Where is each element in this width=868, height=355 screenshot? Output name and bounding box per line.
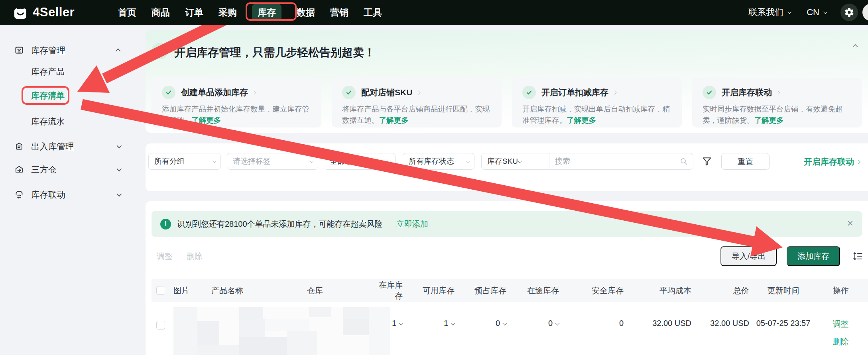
sidebar-group-inventory-management[interactable]: 库存管理 xyxy=(0,41,144,59)
header-in-transit: 在途库存 xyxy=(506,285,559,296)
row-checkbox[interactable] xyxy=(156,321,165,330)
exclamation-icon: ! xyxy=(160,219,171,229)
sidebar-group-third-party-warehouse[interactable]: 三方仓 xyxy=(0,161,144,178)
card-description: 实时同步库存数据至平台店铺，有效避免超卖，谨防缺货。了解更多 xyxy=(703,104,852,126)
sidebar-item-inventory-flow[interactable]: 库存流水 xyxy=(0,113,144,130)
select-all-checkbox[interactable] xyxy=(156,286,165,295)
header-image: 图片 xyxy=(169,285,207,296)
cell-in-transit[interactable]: 0 xyxy=(506,302,559,328)
sync-arrows-icon xyxy=(14,190,24,199)
nav-item-data[interactable]: 数据 xyxy=(297,6,315,19)
row-delete-link[interactable]: 删除 xyxy=(833,336,849,347)
card-order-deduction[interactable]: 开启订单扣减库存 开启库存扣减，实现出单后自动扣减库存，精准管理库存。了解更多 xyxy=(512,78,682,127)
chevron-right-icon xyxy=(417,90,421,94)
onboarding-cards: 创建单品添加库存 添加库存产品并初始化库存数量，建立库存管理基础。了解更多 配对… xyxy=(152,78,862,127)
warehouse-filter-select[interactable]: 全部仓库 xyxy=(324,153,396,170)
card-inventory-linkage[interactable]: 开启库存联动 实时同步库存数据至平台店铺，有效避免超卖，谨防缺货。了解更多 xyxy=(692,78,862,127)
cell-updated-time: 05-07-25 23:57 xyxy=(749,302,817,328)
reset-button[interactable]: 重置 xyxy=(721,153,770,170)
filter-panel: 所有分组 请选择标签 全部仓库 所有库存状态 库存SKU 搜索 重置 xyxy=(146,143,868,191)
row-adjust-link[interactable]: 调整 xyxy=(833,319,849,330)
overselling-alert: ! 识别到您还有28100个单品未添加库存，可能存在超卖风险 立即添加 × xyxy=(152,211,862,237)
main-nav: 首页 商品 订单 采购 库存 数据 营销 工具 xyxy=(118,0,382,25)
header-total-price: 总价 xyxy=(691,285,749,296)
nav-item-products[interactable]: 商品 xyxy=(152,6,170,19)
in-out-warehouse-icon xyxy=(14,141,24,151)
chevron-down-icon xyxy=(310,159,314,163)
nav-item-home[interactable]: 首页 xyxy=(118,6,136,19)
censored-product-info xyxy=(173,307,390,355)
learn-more-link[interactable]: 了解更多 xyxy=(754,116,784,124)
nav-item-purchase[interactable]: 采购 xyxy=(218,6,237,19)
cell-safety-stock: 0 xyxy=(559,302,624,328)
import-export-button[interactable]: 导入/导出 xyxy=(720,246,777,266)
cell-available[interactable]: 1 xyxy=(403,302,455,328)
cell-reserved[interactable]: 0 xyxy=(455,302,506,328)
card-create-single-item[interactable]: 创建单品添加库存 添加库存产品并初始化库存数量，建立库存管理基础。了解更多 xyxy=(152,78,321,127)
header-product-name: 产品名称 xyxy=(207,285,303,296)
status-filter-select[interactable]: 所有库存状态 xyxy=(403,153,474,170)
chevron-down-icon xyxy=(518,159,522,163)
card-description: 将库存产品与各平台店铺商品进行匹配，实现数据互通。了解更多 xyxy=(342,104,491,126)
nav-item-tools[interactable]: 工具 xyxy=(364,6,382,19)
table-toolbar: 调整 删除 导入/导出 添加库存 xyxy=(146,246,868,267)
add-now-link[interactable]: 立即添加 xyxy=(396,219,428,229)
bulk-adjust-button[interactable]: 调整 xyxy=(157,251,173,262)
chevron-down-icon xyxy=(117,191,122,196)
chevron-right-icon xyxy=(857,160,861,164)
search-icon xyxy=(679,157,688,166)
tags-filter-select[interactable]: 请选择标签 xyxy=(227,153,318,170)
funnel-icon xyxy=(701,156,713,167)
learn-more-link[interactable]: 了解更多 xyxy=(379,116,409,124)
banner-title: 开启库存管理，只需几步轻松告别超卖！ xyxy=(174,45,375,60)
close-icon[interactable]: × xyxy=(847,218,853,228)
sidebar-group-in-out-management[interactable]: 出入库管理 xyxy=(0,137,144,155)
chevron-down-icon xyxy=(466,159,470,163)
contact-us-dropdown[interactable]: 联系我们 xyxy=(748,6,790,18)
bulk-delete-button[interactable]: 删除 xyxy=(187,251,203,262)
sidebar-group-inventory-linkage[interactable]: 库存联动 xyxy=(0,186,144,203)
brand-logo[interactable]: 4Seller xyxy=(12,0,75,25)
chevron-down-icon xyxy=(213,159,217,163)
advanced-filter-button[interactable] xyxy=(701,156,713,167)
check-icon xyxy=(342,86,356,99)
header-avg-cost: 平均成本 xyxy=(624,285,691,296)
nav-item-inventory[interactable]: 库存 xyxy=(252,4,281,21)
onboarding-banner: 开启库存管理，只需几步轻松告别超卖！ 创建单品添加库存 添加库存产品并初始化库存… xyxy=(146,30,868,133)
chevron-down-icon xyxy=(787,10,791,14)
gear-icon xyxy=(844,7,854,18)
check-icon xyxy=(522,86,536,99)
learn-more-link[interactable]: 了解更多 xyxy=(567,116,596,124)
add-inventory-button[interactable]: 添加库存 xyxy=(787,246,840,266)
card-description: 添加库存产品并初始化库存数量，建立库存管理基础。了解更多 xyxy=(162,104,311,126)
shopping-bag-logo-icon xyxy=(12,4,29,21)
search-input[interactable]: 搜索 xyxy=(549,153,693,169)
alert-message: 识别到您还有28100个单品未添加库存，可能存在超卖风险 xyxy=(177,219,383,229)
open-inventory-linkage-link[interactable]: 开启库存联动 xyxy=(804,156,860,167)
header-reserved: 预占库存 xyxy=(455,285,506,296)
cell-total-price: 32.00 USD xyxy=(691,302,749,328)
warehouse-arrow-icon xyxy=(14,165,24,174)
column-settings-icon[interactable] xyxy=(852,251,863,262)
sidebar: 库存管理 库存产品 库存清单 库存流水 出入库管理 三方仓 xyxy=(0,25,144,355)
header-updated-time: 更新时间 xyxy=(749,285,817,296)
header-available: 可用库存 xyxy=(403,285,455,296)
settings-button[interactable] xyxy=(840,4,858,21)
search-control: 库存SKU 搜索 xyxy=(481,153,693,170)
card-match-store-sku[interactable]: 配对店铺SKU 将库存产品与各平台店铺商品进行匹配，实现数据互通。了解更多 xyxy=(332,78,502,127)
nav-item-marketing[interactable]: 营销 xyxy=(330,6,348,19)
banner-collapse-icon[interactable] xyxy=(853,44,858,49)
chevron-down-icon xyxy=(387,159,391,163)
learn-more-link[interactable]: 了解更多 xyxy=(191,116,221,124)
card-description: 开启库存扣减，实现出单后自动扣减库存，精准管理库存。了解更多 xyxy=(522,104,671,126)
inventory-table-panel: ! 识别到您还有28100个单品未添加库存，可能存在超卖风险 立即添加 × 调整… xyxy=(146,201,868,355)
table-header-row: 图片 产品名称 仓库 在库库存 可用库存 预占库存 在途库存 安全库存 平均成本… xyxy=(152,279,868,302)
search-field-select[interactable]: 库存SKU xyxy=(482,153,549,169)
group-filter-select[interactable]: 所有分组 xyxy=(148,153,221,170)
sidebar-item-inventory-list[interactable]: 库存清单 xyxy=(0,87,144,104)
sidebar-item-inventory-products[interactable]: 库存产品 xyxy=(0,63,144,80)
chevron-right-icon xyxy=(613,90,617,94)
language-dropdown[interactable]: CN xyxy=(807,7,826,18)
nav-item-orders[interactable]: 订单 xyxy=(185,6,203,19)
chevron-right-icon xyxy=(776,90,780,94)
